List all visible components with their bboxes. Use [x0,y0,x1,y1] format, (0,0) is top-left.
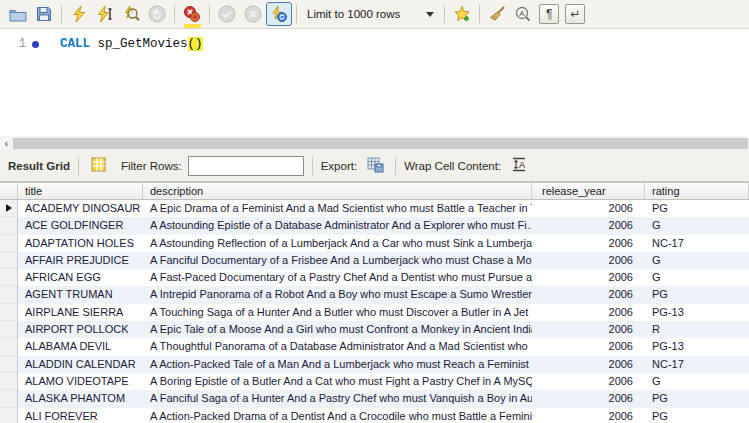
cell-rating[interactable]: PG [645,200,749,217]
beautify-button[interactable] [484,2,510,26]
find-button[interactable]: A [510,2,536,26]
cell-release-year[interactable]: 2006 [532,408,645,423]
open-file-button[interactable] [5,2,31,26]
cell-title[interactable]: ALASKA PHANTOM [18,390,143,407]
rollback-button[interactable] [240,2,266,26]
cell-rating[interactable]: G [645,269,749,286]
table-row[interactable]: ACADEMY DINOSAUR A Epic Drama of a Femin… [0,200,749,217]
wrap-cell-content-toggle[interactable]: A [507,155,531,177]
cell-description[interactable]: A Intrepid Panorama of a Robot And a Boy… [143,286,532,303]
execute-button[interactable] [66,2,92,26]
cell-description[interactable]: A Epic Tale of a Moose And a Girl who mu… [143,321,532,338]
cell-title[interactable]: ADAPTATION HOLES [18,235,143,252]
cell-rating[interactable]: PG-13 [645,338,749,355]
cell-rating[interactable]: G [645,373,749,390]
cell-rating[interactable]: NC-17 [645,235,749,252]
table-row[interactable]: ACE GOLDFINGER A Astounding Epistle of a… [0,217,749,234]
cell-description[interactable]: A Epic Drama of a Feminist And a Mad Sci… [143,200,532,217]
cell-rating[interactable]: PG [645,390,749,407]
cell-description[interactable]: A Touching Saga of a Hunter And a Butler… [143,304,532,321]
cell-release-year[interactable]: 2006 [532,252,645,269]
cell-title[interactable]: ALI FOREVER [18,408,143,423]
row-selector[interactable] [0,286,18,303]
row-selector[interactable] [0,252,18,269]
cell-release-year[interactable]: 2006 [532,286,645,303]
table-row[interactable]: ALI FOREVER A Action-Packed Drama of a D… [0,408,749,423]
column-header-rating[interactable]: rating [645,183,749,199]
scrollbar-thumb[interactable] [13,138,748,149]
filter-rows-input[interactable] [188,156,304,176]
cell-rating[interactable]: G [645,217,749,234]
row-selector[interactable] [0,408,18,423]
cell-title[interactable]: AFFAIR PREJUDICE [18,252,143,269]
row-selector[interactable] [0,200,18,217]
cell-title[interactable]: AIRPLANE SIERRA [18,304,143,321]
table-row[interactable]: AGENT TRUMAN A Intrepid Panorama of a Ro… [0,286,749,303]
cell-release-year[interactable]: 2006 [532,269,645,286]
cell-rating[interactable]: NC-17 [645,356,749,373]
export-button[interactable] [363,155,387,177]
grid-view-button[interactable] [87,155,111,177]
limit-rows-dropdown[interactable]: Limit to 1000 rows [301,8,440,20]
cell-release-year[interactable]: 2006 [532,356,645,373]
cell-release-year[interactable]: 2006 [532,321,645,338]
cell-rating[interactable]: PG [645,286,749,303]
cell-release-year[interactable]: 2006 [532,390,645,407]
table-row[interactable]: AIRPLANE SIERRA A Touching Saga of a Hun… [0,304,749,321]
commit-button[interactable] [214,2,240,26]
execute-current-statement-button[interactable] [92,2,118,26]
table-row[interactable]: AFFAIR PREJUDICE A Fanciful Documentary … [0,252,749,269]
cell-rating[interactable]: R [645,321,749,338]
row-selector[interactable] [0,217,18,234]
cell-release-year[interactable]: 2006 [532,217,645,234]
toggle-stop-on-error-button[interactable] [179,2,205,26]
scroll-left-icon[interactable]: ‹ [0,137,13,150]
cell-title[interactable]: ALABAMA DEVIL [18,338,143,355]
column-header-release-year[interactable]: release_year [532,183,645,199]
row-selector[interactable] [0,390,18,407]
row-selector[interactable] [0,269,18,286]
cell-title[interactable]: ALAMO VIDEOTAPE [18,373,143,390]
cell-title[interactable]: AIRPORT POLLOCK [18,321,143,338]
cell-rating[interactable]: G [645,252,749,269]
word-wrap-toggle[interactable]: ↵ [562,2,588,26]
stop-button[interactable] [144,2,170,26]
cell-title[interactable]: ACADEMY DINOSAUR [18,200,143,217]
table-row[interactable]: ALASKA PHANTOM A Fanciful Saga of a Hunt… [0,390,749,407]
table-row[interactable]: ALAMO VIDEOTAPE A Boring Epistle of a Bu… [0,373,749,390]
cell-title[interactable]: ALADDIN CALENDAR [18,356,143,373]
row-selector[interactable] [0,338,18,355]
table-row[interactable]: ADAPTATION HOLES A Astounding Reflection… [0,235,749,252]
cell-rating[interactable]: PG [645,408,749,423]
row-selector[interactable] [0,356,18,373]
row-selector[interactable] [0,321,18,338]
cell-description[interactable]: A Fanciful Documentary of a Frisbee And … [143,252,532,269]
table-row[interactable]: ALABAMA DEVIL A Thoughtful Panorama of a… [0,338,749,355]
row-selector[interactable] [0,235,18,252]
column-header-title[interactable]: title [18,183,143,199]
editor-horizontal-scrollbar[interactable]: ‹ [0,136,749,150]
cell-description[interactable]: A Boring Epistle of a Butler And a Cat w… [143,373,532,390]
table-row[interactable]: AFRICAN EGG A Fast-Paced Documentary of … [0,269,749,286]
cell-title[interactable]: ACE GOLDFINGER [18,217,143,234]
cell-description[interactable]: A Thoughtful Panorama of a Database Admi… [143,338,532,355]
cell-release-year[interactable]: 2006 [532,304,645,321]
save-snippet-button[interactable] [449,2,475,26]
cell-release-year[interactable]: 2006 [532,338,645,355]
toggle-autocommit-button[interactable] [266,2,292,26]
sql-editor[interactable]: 1 CALL sp_GetMovies() [0,30,749,136]
cell-title[interactable]: AGENT TRUMAN [18,286,143,303]
cell-description[interactable]: A Astounding Epistle of a Database Admin… [143,217,532,234]
cell-release-year[interactable]: 2006 [532,235,645,252]
table-row[interactable]: ALADDIN CALENDAR A Action-Packed Tale of… [0,356,749,373]
cell-description[interactable]: A Action-Packed Drama of a Dentist And a… [143,408,532,423]
cell-title[interactable]: AFRICAN EGG [18,269,143,286]
cell-rating[interactable]: PG-13 [645,304,749,321]
row-selector[interactable] [0,304,18,321]
cell-description[interactable]: A Fanciful Saga of a Hunter And a Pastry… [143,390,532,407]
explain-plan-button[interactable] [118,2,144,26]
table-row[interactable]: AIRPORT POLLOCK A Epic Tale of a Moose A… [0,321,749,338]
cell-description[interactable]: A Fast-Paced Documentary of a Pastry Che… [143,269,532,286]
column-header-description[interactable]: description [143,183,532,199]
save-button[interactable] [31,2,57,26]
